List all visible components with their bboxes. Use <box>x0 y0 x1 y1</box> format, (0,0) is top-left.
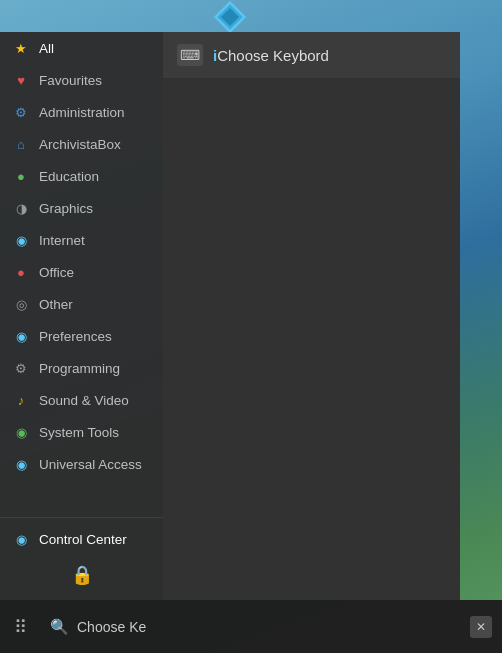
keyboard-icon-glyph: ⌨ <box>180 47 200 63</box>
archivistabox-icon: ⌂ <box>12 135 30 153</box>
administration-icon: ⚙ <box>12 103 30 121</box>
control-center-label: Control Center <box>39 532 127 547</box>
panel-header: ⌨ iChoose Keybord <box>163 32 460 79</box>
internet-label: Internet <box>39 233 85 248</box>
logo-area <box>0 0 460 32</box>
archivistabox-label: ArchivistaBox <box>39 137 121 152</box>
keyboard-icon: ⌨ <box>177 44 203 66</box>
sound-video-label: Sound & Video <box>39 393 129 408</box>
universal-access-icon: ◉ <box>12 455 30 473</box>
main-area: ★All♥Favourites⚙Administration⌂Archivist… <box>0 32 460 600</box>
sidebar-spacer <box>0 480 163 517</box>
sidebar-item-other[interactable]: ◎Other <box>0 288 163 320</box>
system-tools-icon: ◉ <box>12 423 30 441</box>
lock-icon: 🔒 <box>71 564 93 586</box>
apps-grid-button[interactable]: ⠿ <box>0 600 40 653</box>
sidebar-item-system-tools[interactable]: ◉System Tools <box>0 416 163 448</box>
preferences-label: Preferences <box>39 329 112 344</box>
app-window: ★All♥Favourites⚙Administration⌂Archivist… <box>0 0 460 600</box>
sidebar-item-graphics[interactable]: ◑Graphics <box>0 192 163 224</box>
right-panel: ⌨ iChoose Keybord <box>163 32 460 600</box>
sidebar-item-favourites[interactable]: ♥Favourites <box>0 64 163 96</box>
other-label: Other <box>39 297 73 312</box>
search-text[interactable]: Choose Ke <box>77 619 462 635</box>
sidebar-bottom: ◉ Control Center 🔒 <box>0 517 163 600</box>
favourites-label: Favourites <box>39 73 102 88</box>
other-icon: ◎ <box>12 295 30 313</box>
universal-access-label: Universal Access <box>39 457 142 472</box>
system-tools-label: System Tools <box>39 425 119 440</box>
preferences-icon: ◉ <box>12 327 30 345</box>
office-label: Office <box>39 265 74 280</box>
sidebar-item-archivistabox[interactable]: ⌂ArchivistaBox <box>0 128 163 160</box>
sidebar-item-preferences[interactable]: ◉Preferences <box>0 320 163 352</box>
sound-video-icon: ♪ <box>12 391 30 409</box>
lock-area[interactable]: 🔒 <box>0 556 163 596</box>
clear-icon: ✕ <box>476 620 486 634</box>
sidebar: ★All♥Favourites⚙Administration⌂Archivist… <box>0 32 163 600</box>
favourites-icon: ♥ <box>12 71 30 89</box>
panel-title: iChoose Keybord <box>213 47 329 64</box>
programming-icon: ⚙ <box>12 359 30 377</box>
sidebar-item-control-center[interactable]: ◉ Control Center <box>0 522 163 556</box>
all-label: All <box>39 41 54 56</box>
control-center-icon: ◉ <box>12 530 30 548</box>
panel-title-rest: Choose Keybord <box>217 47 329 64</box>
sidebar-item-internet[interactable]: ◉Internet <box>0 224 163 256</box>
education-label: Education <box>39 169 99 184</box>
all-icon: ★ <box>12 39 30 57</box>
sidebar-item-universal-access[interactable]: ◉Universal Access <box>0 448 163 480</box>
sidebar-item-administration[interactable]: ⚙Administration <box>0 96 163 128</box>
administration-label: Administration <box>39 105 125 120</box>
app-logo <box>212 0 248 35</box>
education-icon: ● <box>12 167 30 185</box>
sidebar-item-all[interactable]: ★All <box>0 32 163 64</box>
search-icon: 🔍 <box>50 618 69 636</box>
graphics-icon: ◑ <box>12 199 30 217</box>
panel-content <box>163 79 460 600</box>
search-bar: 🔍 Choose Ke ✕ <box>40 616 502 638</box>
graphics-label: Graphics <box>39 201 93 216</box>
internet-icon: ◉ <box>12 231 30 249</box>
sidebar-item-programming[interactable]: ⚙Programming <box>0 352 163 384</box>
apps-grid-icon: ⠿ <box>14 616 27 638</box>
sidebar-item-education[interactable]: ●Education <box>0 160 163 192</box>
office-icon: ● <box>12 263 30 281</box>
sidebar-item-office[interactable]: ●Office <box>0 256 163 288</box>
sidebar-item-sound-video[interactable]: ♪Sound & Video <box>0 384 163 416</box>
taskbar: ⠿ 🔍 Choose Ke ✕ <box>0 600 502 653</box>
programming-label: Programming <box>39 361 120 376</box>
clear-search-button[interactable]: ✕ <box>470 616 492 638</box>
